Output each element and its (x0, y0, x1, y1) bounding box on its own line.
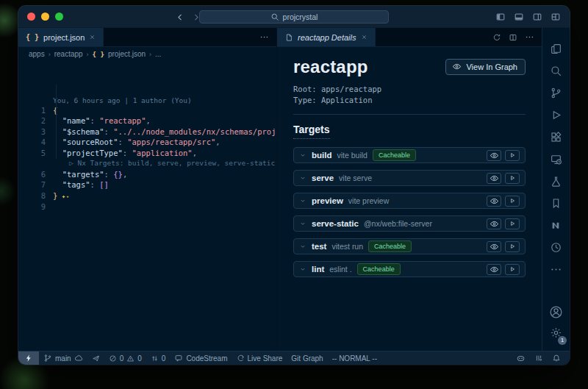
tab-label: project.json (43, 33, 85, 42)
close-tab-icon[interactable] (89, 34, 96, 40)
close-tab-icon[interactable] (361, 34, 368, 40)
run-target-button[interactable] (505, 218, 520, 229)
refresh-icon[interactable] (492, 33, 501, 42)
remote-indicator[interactable] (18, 351, 39, 365)
code-editor[interactable]: You, 6 hours ago | 1 author (You)1{2 "na… (18, 61, 276, 351)
window-controls (27, 13, 63, 21)
activity-nx-icon[interactable] (542, 214, 570, 236)
misc-status[interactable] (530, 351, 548, 365)
view-target-in-graph-button[interactable] (487, 218, 501, 229)
chevron-down-icon[interactable] (299, 197, 306, 204)
breadcrumb-item[interactable]: ... (155, 50, 161, 58)
view-target-in-graph-button[interactable] (487, 196, 501, 207)
errors-icon (109, 354, 117, 363)
chevron-down-icon[interactable] (299, 151, 306, 159)
chevron-down-icon[interactable] (299, 243, 306, 250)
run-target-button[interactable] (505, 196, 520, 207)
target-name: serve (312, 174, 334, 182)
code-line: 4 "sourceRoot": "apps/reactapp/src", (18, 137, 276, 148)
tab-reactapp-details[interactable]: reactapp Details (277, 28, 376, 46)
run-target-button[interactable] (505, 173, 520, 184)
activity-account-icon[interactable] (549, 301, 563, 323)
view-target-in-graph-button[interactable] (487, 241, 501, 252)
breadcrumb-separator: › (149, 51, 151, 58)
activity-files-icon[interactable] (542, 38, 570, 60)
line-number: 4 (18, 137, 46, 148)
activity-bookmark-icon[interactable] (542, 192, 570, 214)
target-row-serve-static[interactable]: serve-static@nx/web:file-server (293, 215, 526, 232)
breadcrumb-item[interactable]: reactapp (54, 50, 83, 58)
layout-controls (495, 12, 561, 22)
counter-status[interactable]: 0 (146, 351, 171, 365)
status-label: 0 (137, 354, 142, 363)
activity-gear-icon[interactable]: 1 (549, 323, 563, 345)
activity-ellipsis-icon[interactable] (542, 258, 570, 280)
run-target-button[interactable] (505, 264, 520, 275)
tab-project-json[interactable]: { } project.json (18, 28, 104, 46)
target-row-lint[interactable]: linteslint .Cacheable (293, 261, 526, 277)
toggle-sidebar-left-icon[interactable] (495, 12, 506, 22)
more-actions-icon[interactable] (525, 32, 534, 42)
close-window-button[interactable] (27, 13, 35, 21)
codestream-status[interactable]: CodeStream (170, 351, 232, 365)
line-number: 1 (18, 105, 46, 116)
view-in-graph-button[interactable]: View In Graph (445, 59, 526, 75)
activity-clock-icon[interactable] (542, 236, 570, 258)
publish-status[interactable] (87, 351, 104, 365)
code-text: "$schema": "../../node_modules/nx/schema… (46, 126, 276, 138)
editor-group-left: { } project.json apps›reactapp›{ }projec… (18, 28, 277, 351)
activity-extensions-icon[interactable] (542, 126, 570, 148)
activity-branch-icon[interactable] (542, 82, 570, 104)
customize-layout-icon[interactable] (551, 12, 561, 22)
line-number: 6 (18, 169, 46, 180)
activity-flask-icon[interactable] (542, 170, 570, 192)
view-target-in-graph-button[interactable] (487, 150, 501, 161)
code-text (46, 201, 53, 213)
line-number: 7 (18, 179, 46, 190)
chevron-down-icon[interactable] (299, 220, 306, 227)
plane-icon (92, 354, 100, 363)
live-share-status[interactable]: Live Share (232, 351, 287, 365)
code-text: "projectType": "application", (46, 148, 197, 159)
command-center-search[interactable]: projcrystal (199, 10, 389, 24)
code-line: 5 "projectType": "application", (18, 148, 276, 159)
split-editor-icon[interactable] (509, 33, 517, 42)
git-branch-status[interactable]: main (39, 351, 87, 365)
problems-status[interactable]: 00 (104, 351, 146, 365)
breadcrumb[interactable]: apps›reactapp›{ }project.json›... (18, 47, 276, 61)
target-command: @nx/web:file-server (364, 219, 432, 228)
codelens-annotation[interactable]: You, 6 hours ago | 1 author (You) (18, 96, 276, 105)
view-target-in-graph-button[interactable] (487, 264, 501, 275)
activity-debug-icon[interactable] (542, 104, 570, 126)
maximize-window-button[interactable] (55, 13, 63, 21)
liveshare-icon (237, 354, 245, 363)
title-bar: projcrystal (18, 6, 570, 28)
breadcrumb-item[interactable]: apps (29, 50, 45, 58)
nx-targets-hint[interactable]: ▷ Nx Targets: build, serve, preview, ser… (18, 158, 276, 169)
toggle-panel-icon[interactable] (514, 12, 524, 22)
breadcrumb-item[interactable]: project.json (108, 50, 146, 58)
activity-remote-icon[interactable] (542, 148, 570, 170)
vim-mode-status[interactable]: -- NORMAL -- (328, 351, 381, 365)
cacheable-badge: Cacheable (357, 263, 401, 276)
activity-search-icon[interactable] (542, 60, 570, 82)
notifications-bell[interactable] (548, 351, 565, 365)
navigate-back-icon[interactable] (175, 13, 184, 22)
minimize-window-button[interactable] (41, 13, 49, 21)
toggle-sidebar-right-icon[interactable] (532, 12, 542, 22)
project-details-panel: reactapp View In Graph Root: apps/reacta… (277, 47, 542, 351)
target-row-preview[interactable]: previewvite preview (293, 193, 526, 209)
target-row-build[interactable]: buildvite buildCacheable (293, 147, 526, 163)
chevron-down-icon[interactable] (299, 265, 306, 273)
run-target-button[interactable] (505, 150, 520, 161)
view-target-in-graph-button[interactable] (487, 173, 501, 184)
target-row-serve[interactable]: servevite serve (293, 170, 526, 186)
chevron-down-icon[interactable] (299, 174, 306, 182)
copilot-icon (516, 354, 526, 363)
cloud-icon (74, 354, 83, 363)
target-row-test[interactable]: testvitest runCacheable (293, 238, 526, 254)
more-actions-icon[interactable] (259, 32, 269, 42)
run-target-button[interactable] (505, 241, 520, 252)
copilot-status[interactable] (512, 351, 530, 365)
git-graph-status[interactable]: Git Graph (287, 351, 327, 365)
